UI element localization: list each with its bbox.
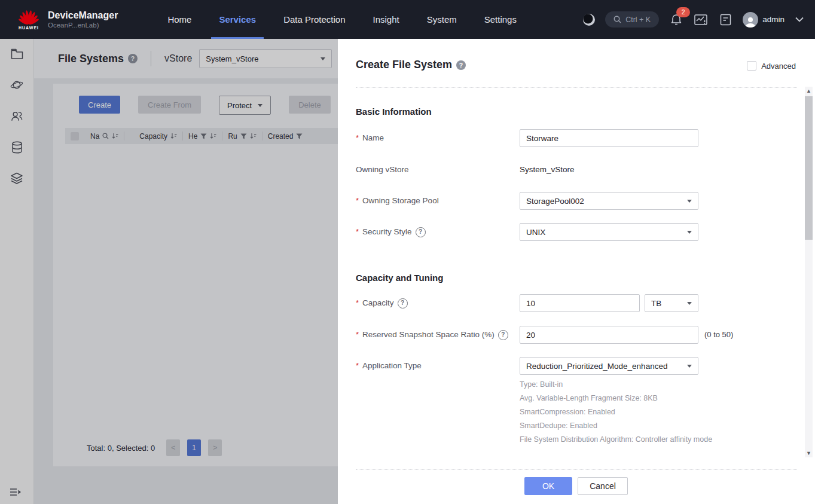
avatar — [743, 12, 758, 28]
required-asterisk: * — [356, 223, 359, 241]
snapshot-ratio-help-icon[interactable]: ? — [498, 330, 508, 340]
chevron-down-icon — [687, 302, 692, 305]
notifications-button[interactable]: 2 — [669, 13, 683, 27]
nav-settings[interactable]: Settings — [471, 0, 530, 39]
nav-insight[interactable]: Insight — [359, 0, 413, 39]
required-asterisk: * — [356, 326, 359, 344]
required-asterisk: * — [356, 192, 359, 210]
chevron-down-icon — [687, 200, 692, 203]
app-type-detail: SmartCompression: Enabled — [520, 407, 615, 417]
create-file-system-dialog: Create File System ? Advanced Basic Info… — [338, 39, 815, 504]
app-type-detail: Avg. Variable-Length Fragment Size: 8KB — [520, 393, 658, 403]
application-type-label: * Application Type — [356, 357, 422, 375]
chevron-down-icon — [687, 231, 692, 234]
snapshot-ratio-input[interactable] — [520, 326, 698, 344]
global-search[interactable]: Ctrl + K — [605, 11, 659, 28]
advanced-checkbox[interactable] — [747, 61, 756, 71]
app-title: DeviceManager — [48, 10, 118, 21]
ok-button[interactable]: OK — [524, 477, 572, 495]
snapshot-ratio-range-hint: (0 to 50) — [704, 326, 733, 344]
user-menu[interactable]: admin — [743, 12, 785, 28]
divider — [356, 469, 797, 470]
owning-vstore-value: System_vStore — [520, 161, 575, 179]
selected-value: TB — [651, 299, 661, 308]
capacity-label: * Capacity ? — [356, 294, 408, 312]
application-type-select[interactable]: Reduction_Prioritized_Mode_enhanced — [520, 357, 698, 375]
name-input[interactable] — [520, 129, 698, 147]
main-nav: Home Services Data Protection Insight Sy… — [154, 0, 530, 39]
owning-vstore-label: Owning vStore — [356, 161, 409, 179]
app-type-detail: Type: Built-in — [520, 380, 563, 389]
nav-system[interactable]: System — [413, 0, 471, 39]
performance-monitor-button[interactable] — [694, 13, 708, 27]
device-name: OceanP...enLab) — [48, 21, 118, 30]
name-label: * Name — [356, 129, 384, 147]
owning-storage-pool-label: * Owning Storage Pool — [356, 192, 439, 210]
huawei-wordmark: HUAWEI — [19, 26, 39, 30]
security-style-help-icon[interactable]: ? — [416, 227, 426, 237]
snapshot-ratio-label: * Reserved Snapshot Space Ratio (%) ? — [356, 326, 508, 344]
nav-home[interactable]: Home — [154, 0, 205, 39]
required-asterisk: * — [356, 357, 359, 375]
chart-alert-icon — [694, 14, 707, 26]
selected-value: UNIX — [526, 228, 545, 237]
huawei-logo-icon: HUAWEI — [16, 10, 42, 30]
capacity-input[interactable] — [520, 294, 640, 312]
label-text: Security Style — [362, 223, 412, 241]
chevron-down-icon — [687, 365, 692, 368]
advanced-toggle[interactable]: Advanced — [747, 61, 796, 71]
nav-data-protection[interactable]: Data Protection — [270, 0, 359, 39]
search-shortcut: Ctrl + K — [625, 16, 651, 24]
label-text: Owning Storage Pool — [362, 192, 439, 210]
dialog-title: Create File System — [356, 59, 452, 71]
selected-value: StoragePool002 — [526, 197, 584, 206]
scroll-down-icon[interactable]: ▼ — [805, 449, 813, 457]
advanced-label: Advanced — [761, 62, 796, 71]
security-style-label: * Security Style ? — [356, 223, 426, 241]
basic-information-heading: Basic Information — [356, 106, 432, 117]
capacity-unit-select[interactable]: TB — [645, 294, 698, 312]
label-text: Capacity — [362, 294, 394, 312]
theme-toggle-icon[interactable] — [583, 14, 595, 26]
owning-storage-pool-select[interactable]: StoragePool002 — [520, 192, 698, 210]
label-text: Reserved Snapshot Space Ratio (%) — [362, 326, 495, 344]
brand: HUAWEI DeviceManager OceanP...enLab) — [16, 10, 118, 30]
dialog-scrollbar[interactable]: ▲ ▼ — [805, 87, 813, 457]
search-icon — [613, 16, 621, 23]
required-asterisk: * — [356, 129, 359, 147]
capacity-tuning-heading: Capacity and Tuning — [356, 273, 443, 283]
label-text: Application Type — [362, 357, 422, 375]
top-navigation-bar: HUAWEI DeviceManager OceanP...enLab) Hom… — [0, 0, 815, 39]
label-text: Name — [362, 129, 384, 147]
divider — [356, 87, 797, 88]
scrollbar-thumb[interactable] — [805, 96, 813, 240]
security-style-select[interactable]: UNIX — [520, 223, 698, 241]
selected-value: Reduction_Prioritized_Mode_enhanced — [526, 362, 667, 371]
scroll-up-icon[interactable]: ▲ — [805, 87, 813, 95]
app-type-detail: File System Distribution Algorithm: Cont… — [520, 435, 712, 444]
username: admin — [762, 15, 785, 24]
chevron-down-icon[interactable] — [795, 17, 804, 22]
nav-services[interactable]: Services — [205, 0, 270, 39]
dialog-help-icon[interactable]: ? — [456, 60, 466, 70]
screen: HUAWEI DeviceManager OceanP...enLab) Hom… — [0, 0, 815, 504]
app-type-detail: SmartDedupe: Enabled — [520, 421, 597, 430]
task-list-button[interactable] — [718, 13, 732, 27]
label-text: Owning vStore — [356, 161, 409, 179]
capacity-help-icon[interactable]: ? — [398, 298, 408, 308]
required-asterisk: * — [356, 294, 359, 312]
cancel-button[interactable]: Cancel — [578, 477, 628, 495]
notification-badge: 2 — [676, 7, 690, 17]
memo-icon — [720, 14, 731, 26]
